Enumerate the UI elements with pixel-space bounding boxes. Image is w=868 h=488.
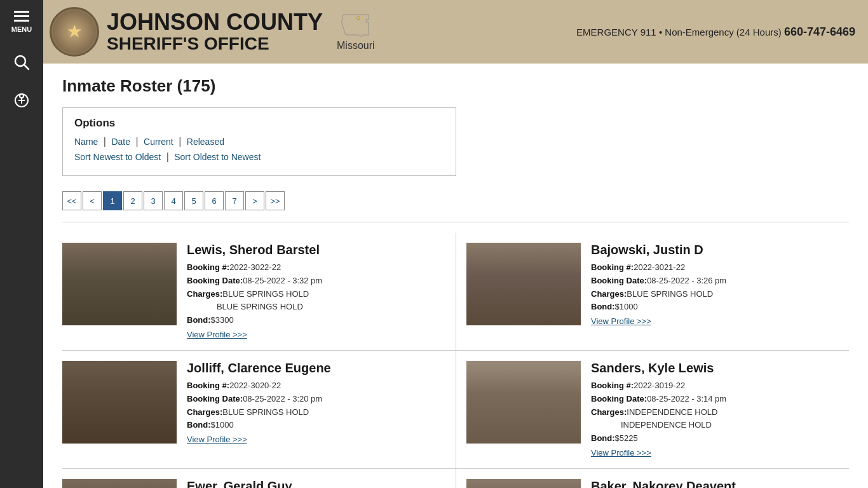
inmate-photo xyxy=(62,361,177,444)
pagination: << < 1 2 3 4 5 6 7 > >> xyxy=(62,191,849,210)
accessibility-button[interactable] xyxy=(0,81,43,119)
inmate-photo xyxy=(62,479,177,488)
menu-icon-line3 xyxy=(14,20,29,22)
inmate-info: Sanders, Kyle Lewis Booking #:2022-3019-… xyxy=(591,361,841,458)
svg-marker-6 xyxy=(341,15,368,36)
accessibility-icon xyxy=(13,92,31,109)
pagination-page-4[interactable]: 4 xyxy=(164,191,183,210)
pagination-page-3[interactable]: 3 xyxy=(144,191,163,210)
pagination-first[interactable]: << xyxy=(62,191,81,210)
pagination-next[interactable]: > xyxy=(245,191,264,210)
site-header: ★ JOHNSON COUNTY SHERIFF'S OFFICE Missou… xyxy=(43,0,868,64)
menu-button[interactable]: MENU xyxy=(0,0,43,43)
main-content: Inmate Roster (175) Options Name | Date … xyxy=(43,64,868,488)
inmate-photo xyxy=(466,479,581,488)
inmate-name: Bajowski, Justin D xyxy=(591,243,841,257)
mugshot-image xyxy=(466,479,581,488)
org-line1: JOHNSON COUNTY xyxy=(107,10,323,35)
mugshot-image xyxy=(466,243,581,325)
org-name-block: JOHNSON COUNTY SHERIFF'S OFFICE xyxy=(107,10,323,54)
inmate-name: Sanders, Kyle Lewis xyxy=(591,361,841,376)
inmate-details: Booking #:2022-3020-22 Booking Date:08-2… xyxy=(187,379,448,432)
options-title: Options xyxy=(74,117,444,130)
sheriff-badge: ★ xyxy=(50,7,99,57)
badge-star: ★ xyxy=(67,23,81,41)
mugshot-image xyxy=(62,361,177,444)
inmate-details: Booking #:2022-3021-22 Booking Date:08-2… xyxy=(591,261,841,314)
inmate-card: Ewer, Gerald Guy Booking #:2022-3018-22 … xyxy=(62,469,456,488)
sort-newest-link[interactable]: Sort Newest to Oldest xyxy=(74,152,161,162)
inmate-name: Jolliff, Clarence Eugene xyxy=(187,361,448,376)
search-button[interactable] xyxy=(0,43,43,81)
view-profile-link[interactable]: View Profile >>> xyxy=(187,330,247,339)
inmate-info: Baker, Nakorey Deavent Booking #:2022-30… xyxy=(591,479,841,488)
emergency-label: EMERGENCY 911 xyxy=(576,27,656,37)
inmate-details: Booking #:2022-3022-22 Booking Date:08-2… xyxy=(187,261,448,327)
view-profile-link[interactable]: View Profile >>> xyxy=(591,448,651,458)
pagination-page-2[interactable]: 2 xyxy=(123,191,142,210)
missouri-map-icon xyxy=(340,12,372,37)
inmate-name: Baker, Nakorey Deavent xyxy=(591,479,841,488)
inmate-info: Ewer, Gerald Guy Booking #:2022-3018-22 … xyxy=(187,479,448,488)
inmate-name: Lewis, Sherod Barstel xyxy=(187,243,448,257)
inmate-info: Jolliff, Clarence Eugene Booking #:2022-… xyxy=(187,361,448,445)
filter-name-link[interactable]: Name xyxy=(74,137,98,147)
menu-icon-line2 xyxy=(14,15,29,17)
mugshot-image xyxy=(466,361,581,444)
inmate-card: Lewis, Sherod Barstel Booking #:2022-302… xyxy=(62,233,456,351)
header-logo-area: ★ JOHNSON COUNTY SHERIFF'S OFFICE Missou… xyxy=(50,7,375,57)
filter-current-link[interactable]: Current xyxy=(144,137,173,147)
menu-label: MENU xyxy=(11,25,32,33)
org-line2: SHERIFF'S OFFICE xyxy=(107,34,323,54)
inmate-photo xyxy=(466,243,581,325)
sort-oldest-link[interactable]: Sort Oldest to Newest xyxy=(174,152,261,162)
phone-number: 660-747-6469 xyxy=(784,25,855,38)
pagination-page-1[interactable]: 1 xyxy=(103,191,122,210)
pagination-prev[interactable]: < xyxy=(83,191,102,210)
filter-released-link[interactable]: Released xyxy=(187,137,224,147)
top-divider xyxy=(62,222,849,222)
inmate-name: Ewer, Gerald Guy xyxy=(187,479,448,488)
view-profile-link[interactable]: View Profile >>> xyxy=(187,435,247,444)
svg-line-1 xyxy=(24,65,29,69)
pagination-page-7[interactable]: 7 xyxy=(225,191,244,210)
page-title: Inmate Roster (175) xyxy=(62,76,849,96)
sidebar: MENU xyxy=(0,0,43,488)
pagination-page-5[interactable]: 5 xyxy=(184,191,203,210)
badge-inner: ★ xyxy=(53,10,96,53)
non-emergency-label: Non-Emergency (24 Hours) xyxy=(665,27,781,37)
filter-date-link[interactable]: Date xyxy=(111,137,130,147)
inmate-details: Booking #:2022-3019-22 Booking Date:08-2… xyxy=(591,379,841,445)
sort-links-row2: Sort Newest to Oldest | Sort Oldest to N… xyxy=(74,151,444,163)
inmate-info: Bajowski, Justin D Booking #:2022-3021-2… xyxy=(591,243,841,327)
separator: • xyxy=(659,27,662,37)
view-profile-link[interactable]: View Profile >>> xyxy=(591,316,651,326)
search-icon xyxy=(13,53,31,71)
mugshot-image xyxy=(62,479,177,488)
pagination-page-6[interactable]: 6 xyxy=(205,191,224,210)
state-map: Missouri xyxy=(337,12,375,51)
filter-links-row1: Name | Date | Current | Released xyxy=(74,136,444,147)
inmate-card: Jolliff, Clarence Eugene Booking #:2022-… xyxy=(62,351,456,469)
menu-icon-line1 xyxy=(14,11,29,13)
options-box: Options Name | Date | Current | Released… xyxy=(62,107,456,176)
pagination-last[interactable]: >> xyxy=(266,191,285,210)
inmate-card: Sanders, Kyle Lewis Booking #:2022-3019-… xyxy=(456,351,849,469)
inmate-card: Baker, Nakorey Deavent Booking #:2022-30… xyxy=(456,469,849,488)
inmate-info: Lewis, Sherod Barstel Booking #:2022-302… xyxy=(187,243,448,340)
svg-point-7 xyxy=(356,17,360,20)
inmate-grid: Lewis, Sherod Barstel Booking #:2022-302… xyxy=(62,233,849,488)
inmate-card: Bajowski, Justin D Booking #:2022-3021-2… xyxy=(456,233,849,351)
inmate-photo xyxy=(62,243,177,325)
header-contact: EMERGENCY 911 • Non-Emergency (24 Hours)… xyxy=(576,25,855,39)
state-label: Missouri xyxy=(337,40,375,51)
inmate-photo xyxy=(466,361,581,444)
mugshot-image xyxy=(62,243,177,325)
